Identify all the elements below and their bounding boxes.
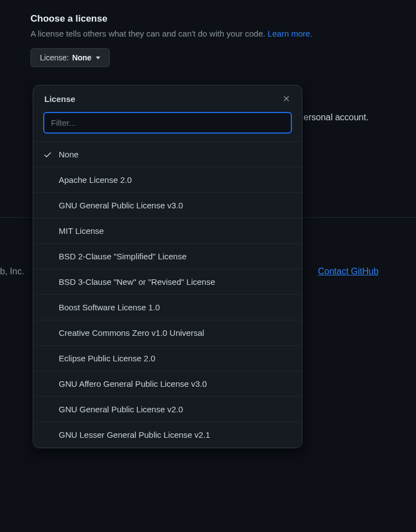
dropdown-header: License: [33, 85, 302, 112]
license-button-value: None: [72, 53, 91, 62]
dropdown-title: License: [44, 94, 75, 104]
license-option-label: Boost Software License 1.0: [59, 303, 160, 312]
license-dropdown-button[interactable]: License: None: [30, 48, 110, 67]
license-option-label: Apache License 2.0: [59, 175, 132, 185]
license-option[interactable]: GNU General Public License v2.0: [33, 397, 302, 422]
license-option[interactable]: GNU General Public License v3.0: [33, 193, 302, 218]
license-option[interactable]: MIT License: [33, 218, 302, 244]
license-option[interactable]: Creative Commons Zero v1.0 Universal: [33, 320, 302, 346]
filter-input[interactable]: [43, 112, 292, 134]
background-inc-text: b, Inc.: [0, 267, 24, 277]
license-option[interactable]: Apache License 2.0: [33, 167, 302, 193]
license-option-label: None: [59, 150, 79, 159]
contact-github-link[interactable]: Contact GitHub: [318, 267, 378, 277]
close-icon[interactable]: [281, 93, 292, 104]
license-option[interactable]: Boost Software License 1.0: [33, 295, 302, 320]
license-option-label: GNU Lesser General Public License v2.1: [59, 430, 210, 439]
license-option[interactable]: Eclipse Public License 2.0: [33, 346, 302, 371]
license-option-label: BSD 3-Clause "New" or "Revised" License: [59, 277, 215, 287]
license-option[interactable]: GNU Lesser General Public License v2.1: [33, 422, 302, 448]
license-option-label: MIT License: [59, 226, 104, 236]
license-dropdown-panel: License NoneApache License 2.0GNU Genera…: [33, 85, 302, 448]
license-option[interactable]: None: [33, 142, 302, 167]
license-option-label: GNU General Public License v2.0: [59, 405, 183, 414]
filter-container: [33, 112, 302, 141]
check-icon: [43, 150, 59, 159]
license-option[interactable]: BSD 2-Clause "Simplified" License: [33, 244, 302, 269]
license-option-label: GNU General Public License v3.0: [59, 201, 183, 210]
section-description: A license tells others what they can and…: [30, 29, 416, 38]
license-option-label: BSD 2-Clause "Simplified" License: [59, 252, 187, 261]
license-option-label: GNU Affero General Public License v3.0: [59, 379, 207, 388]
options-list[interactable]: NoneApache License 2.0GNU General Public…: [33, 141, 302, 448]
license-option-label: Eclipse Public License 2.0: [59, 354, 155, 363]
background-account-text: ersonal account.: [304, 112, 368, 122]
section-title: Choose a license: [30, 13, 416, 24]
license-button-label: License:: [40, 53, 69, 62]
description-text: A license tells others what they can and…: [30, 29, 268, 38]
learn-more-link[interactable]: Learn more.: [268, 29, 312, 38]
caret-down-icon: [96, 57, 100, 59]
license-option[interactable]: GNU Affero General Public License v3.0: [33, 371, 302, 397]
license-option-label: Creative Commons Zero v1.0 Universal: [59, 328, 204, 337]
license-option[interactable]: BSD 3-Clause "New" or "Revised" License: [33, 269, 302, 295]
